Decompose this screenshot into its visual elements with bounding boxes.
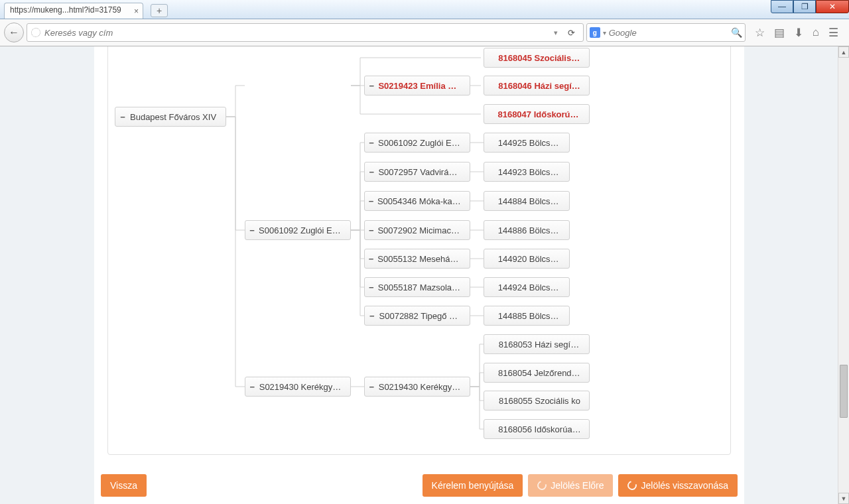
tree-leaf[interactable]: 8168045 Szociális ko	[484, 48, 590, 68]
tree-node-emilia[interactable]: − S0219423 Emília utcai	[364, 76, 470, 95]
tree-leaf[interactable]: 8168056 Időskorúak n	[484, 419, 590, 439]
node-label: 8168054 Jelzőrendsze	[498, 368, 589, 378]
node-label: S0055187 Mazsola Bölc	[378, 283, 470, 292]
node-label: Budapest Főváros XIV	[130, 112, 224, 122]
node-label: S0055132 Meseház Bölc	[377, 254, 470, 264]
tree-leaf[interactable]: 144923 Bölcsőde	[484, 162, 570, 182]
menu-icon[interactable]: ☰	[828, 26, 838, 40]
close-tab-icon[interactable]: ×	[134, 7, 139, 16]
search-icon[interactable]: 🔍	[731, 27, 742, 38]
tree-leaf[interactable]: 8168055 Szociális ko	[484, 391, 590, 410]
tree-leaf[interactable]: 8168047 Időskorúak n	[484, 104, 590, 124]
scroll-up-icon[interactable]: ▲	[838, 46, 849, 58]
tree-node-root[interactable]: − Budapest Főváros XIV	[115, 107, 226, 127]
revoke-mark-button[interactable]: Jelölés visszavonása	[618, 474, 738, 497]
tree-leaf[interactable]: 8168053 Házi segítsé	[484, 334, 590, 354]
button-label: Jelölés Előre	[551, 480, 604, 491]
tree-node-zugloi[interactable]: − S0061092 Zuglói Egyes	[245, 220, 351, 240]
bookmark-star-icon[interactable]: ☆	[755, 26, 765, 40]
node-label: 8168047 Időskorúak n	[497, 109, 589, 119]
tree-leaf[interactable]: 144884 Bölcsőde	[484, 191, 570, 211]
submit-request-button[interactable]: Kérelem benyújtása	[423, 474, 523, 497]
tree-leaf[interactable]: 144925 Bölcsőde	[484, 133, 570, 153]
node-label: S0061092 Zuglói Egyes	[378, 138, 470, 148]
collapse-icon[interactable]: −	[365, 81, 378, 91]
node-label: 8168053 Házi segítsé	[499, 340, 589, 349]
tree-node[interactable]: −S0055187 Mazsola Bölc	[364, 277, 470, 297]
tree-leaf[interactable]: 144924 Bölcsőde	[484, 277, 570, 297]
node-label: S0219423 Emília utcai	[378, 81, 470, 91]
node-label: 144884 Bölcsőde	[498, 196, 569, 206]
window-titlebar: https://mukeng...html?id=31759 × + — ❐ ✕	[0, 0, 849, 19]
node-label: 8168055 Szociális ko	[499, 396, 588, 406]
reading-list-icon[interactable]: ▤	[774, 26, 785, 40]
collapse-icon[interactable]: −	[365, 254, 377, 264]
scroll-thumb[interactable]	[840, 365, 848, 418]
tree-node[interactable]: −S0061092 Zuglói Egyes	[364, 133, 470, 153]
tree-leaf[interactable]: 8168046 Házi segítsé	[484, 76, 590, 95]
collapse-icon[interactable]: −	[365, 225, 377, 235]
collapse-icon[interactable]: −	[365, 138, 378, 148]
chevron-down-icon[interactable]: ▾	[603, 29, 606, 36]
footer-action-bar: Vissza Kérelem benyújtása Jelölés Előre …	[94, 470, 744, 501]
tree-node[interactable]: −S0055132 Meseház Bölc	[364, 249, 470, 269]
nav-back-button[interactable]: ←	[4, 23, 24, 42]
node-label: 144920 Bölcsőde	[498, 254, 569, 264]
page-content: − Budapest Főváros XIV − S0219423 Emília…	[94, 46, 744, 504]
window-maximize-button[interactable]: ❐	[793, 0, 816, 13]
tree-leaf[interactable]: 144920 Bölcsőde	[484, 249, 570, 269]
new-tab-button[interactable]: +	[151, 4, 168, 17]
reload-icon[interactable]: ⟳	[564, 28, 579, 38]
collapse-icon[interactable]: −	[365, 167, 378, 177]
tree-node-kerek[interactable]: − S0219430 Kerékgyártó	[245, 377, 351, 397]
tree-leaf[interactable]: 8168054 Jelzőrendsze	[484, 363, 590, 383]
refresh-icon	[626, 479, 639, 491]
search-bar[interactable]: g ▾ 🔍	[586, 23, 746, 42]
node-label: 8168046 Házi segítsé	[498, 81, 589, 91]
node-label: 144886 Bölcsőde	[498, 225, 569, 235]
node-label: 144924 Bölcsőde	[498, 283, 569, 292]
tab-title: https://mukeng...html?id=31759	[10, 5, 121, 15]
collapse-icon[interactable]: −	[365, 382, 379, 392]
node-label: 144885 Bölcsőde	[498, 311, 569, 321]
node-label: S0061092 Zuglói Egyes	[259, 225, 350, 235]
tree-leaf[interactable]: 144885 Bölcsőde	[484, 306, 570, 326]
node-label: 8168045 Szociális ko	[498, 53, 589, 63]
home-icon[interactable]: ⌂	[813, 26, 819, 40]
collapse-icon[interactable]: −	[245, 382, 259, 392]
collapse-icon[interactable]: −	[365, 283, 378, 292]
search-input[interactable]	[609, 28, 728, 38]
node-label: S0054346 Móka-kacagás	[377, 196, 470, 206]
collapse-icon[interactable]: −	[115, 112, 130, 122]
tree-node[interactable]: −S0072902 Micimackó Ku	[364, 220, 470, 240]
browser-tab[interactable]: https://mukeng...html?id=31759 ×	[4, 3, 143, 19]
node-label: S0072882 Tipegő kert	[379, 311, 470, 321]
globe-icon	[31, 28, 40, 37]
node-label: S0219430 Kerékgyártó	[379, 382, 470, 392]
node-label: S0072902 Micimackó Ku	[377, 225, 470, 235]
refresh-icon	[536, 479, 549, 491]
tree-card: − Budapest Főváros XIV − S0219423 Emília…	[107, 46, 731, 455]
vertical-scrollbar[interactable]: ▲ ▼	[838, 46, 849, 504]
tree-node-kerek2[interactable]: −S0219430 Kerékgyártó	[364, 377, 470, 397]
window-minimize-button[interactable]: —	[771, 0, 793, 13]
collapse-icon[interactable]: −	[365, 311, 379, 321]
window-close-button[interactable]: ✕	[816, 0, 849, 13]
mark-forward-button[interactable]: Jelölés Előre	[528, 474, 613, 497]
url-input[interactable]	[44, 28, 547, 38]
tree-node[interactable]: −S0054346 Móka-kacagás	[364, 191, 470, 211]
back-button[interactable]: Vissza	[101, 474, 147, 497]
collapse-icon[interactable]: −	[365, 196, 377, 206]
collapse-icon[interactable]: −	[245, 225, 259, 235]
tree-area: − Budapest Főváros XIV − S0219423 Emília…	[113, 46, 725, 454]
node-label: 8168056 Időskorúak n	[498, 424, 589, 434]
dropdown-icon[interactable]: ▾	[551, 29, 560, 37]
scroll-down-icon[interactable]: ▼	[838, 493, 849, 504]
url-bar[interactable]: ▾ ⟳	[27, 23, 584, 42]
tree-leaf[interactable]: 144886 Bölcsőde	[484, 220, 570, 240]
downloads-icon[interactable]: ⬇	[794, 26, 803, 40]
tree-node[interactable]: −S0072957 Vadvirág Böl	[364, 162, 470, 182]
browser-toolbar: ← ▾ ⟳ g ▾ 🔍 ☆ ▤ ⬇ ⌂ ☰	[0, 19, 849, 46]
google-icon: g	[590, 27, 600, 38]
tree-node[interactable]: −S0072882 Tipegő kert	[364, 306, 470, 326]
